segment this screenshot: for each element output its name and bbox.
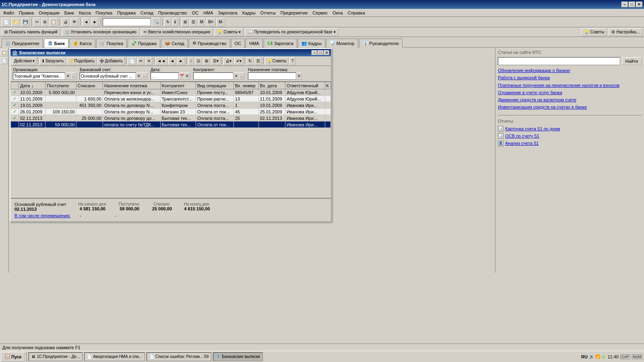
col-received[interactable]: Поступило — [45, 82, 76, 89]
menu-hr[interactable]: Кадры — [240, 10, 258, 16]
menu-production[interactable]: Производство — [156, 10, 190, 16]
tab-nma[interactable]: НМА — [246, 39, 262, 47]
menu-help[interactable]: Справка — [345, 10, 367, 16]
actions-btn[interactable]: Действия ▾ — [12, 57, 37, 65]
col-icon[interactable] — [11, 82, 19, 89]
report-link-1[interactable]: ОСВ по счету 51 — [505, 133, 539, 139]
left-icon-doc[interactable]: 📄 — [1, 57, 8, 64]
tb-refresh[interactable]: ↻ — [164, 18, 171, 27]
org-select-btn[interactable]: ... — [71, 72, 76, 80]
tb-search-btn[interactable]: 🔍 — [152, 18, 161, 27]
menu-purchase[interactable]: Покупка — [93, 10, 115, 16]
menu-enterprise[interactable]: Предприятие — [278, 10, 310, 16]
tb-search-input[interactable] — [103, 18, 151, 26]
its-link-0[interactable]: Обновление информации о банках — [498, 68, 642, 73]
col-k[interactable]: К — [325, 82, 330, 89]
bank-table-container[interactable]: Дата ↓ Поступило Списано Назначение плат… — [10, 82, 331, 198]
nav-prev[interactable]: ◄ — [168, 57, 176, 65]
tips-btn[interactable]: 💡 Советы ▾ — [215, 28, 244, 36]
menu-sale[interactable]: Продажа — [115, 10, 138, 16]
tb-info[interactable]: ℹ — [172, 18, 178, 27]
bank-win-maximize[interactable]: □ — [318, 50, 323, 55]
bank-list[interactable]: ☰ — [254, 57, 262, 65]
tab-salary[interactable]: 💵 Зарплата — [264, 39, 297, 47]
bank-help-btn[interactable]: ? — [289, 57, 296, 65]
account-select-btn[interactable]: ... — [142, 72, 147, 80]
tb-print[interactable]: 🖨 — [62, 18, 70, 27]
date-input[interactable]: . . — [151, 72, 179, 80]
col-in-date[interactable]: Вх. дата — [258, 82, 285, 89]
settings-btn[interactable]: ⚙ Настройка... — [609, 28, 642, 36]
col-responsible[interactable]: Ответственный — [285, 82, 325, 89]
tab-production[interactable]: ⚙ Производство — [189, 39, 230, 47]
date-cal-btn[interactable]: 📅 — [179, 72, 184, 80]
col-in-num[interactable]: Вх. номер — [233, 82, 258, 89]
purpose-clear-btn[interactable]: ✕ — [296, 72, 302, 80]
tb-paste[interactable]: 📋 — [49, 18, 58, 27]
delete-doc-btn[interactable]: ✕ — [145, 57, 153, 65]
guide-btn[interactable]: 📖 Путеводитель по демонстрационной базе … — [245, 28, 338, 36]
tb-new[interactable]: 📄 — [2, 18, 10, 27]
contractor-select-btn[interactable]: ... — [239, 72, 245, 80]
top-tips-btn[interactable]: 💡 Советы — [581, 28, 607, 36]
tb-preview[interactable]: 👁 — [70, 18, 78, 27]
col-contractor[interactable]: Контрагент — [160, 82, 196, 89]
tab-os[interactable]: ОС — [231, 39, 245, 47]
bank-post-btn[interactable]: ✔▾ — [234, 57, 244, 65]
tab-stock[interactable]: 📦 Склад — [161, 39, 188, 47]
report-0[interactable]: 📊 Карточка счета 51 по дням — [498, 126, 642, 132]
tb-mminus[interactable]: M- — [217, 18, 225, 27]
report-2[interactable]: 👤 Анализ счета 51 — [498, 140, 642, 146]
bank-win-minimize[interactable]: − — [312, 50, 317, 55]
account-clear-btn[interactable]: ✕ — [136, 72, 142, 80]
table-row[interactable]: ✓ 19.01.2009 451 350,00 Оплата по догово… — [11, 102, 331, 109]
col-date[interactable]: Дата ↓ — [19, 82, 45, 89]
menu-file[interactable]: Файл — [1, 10, 17, 16]
report-link-0[interactable]: Карточка счета 51 по дням — [505, 126, 560, 132]
menu-os[interactable]: ОС — [190, 10, 201, 16]
tab-enterprise[interactable]: 🏢 Предприятие — [2, 39, 43, 47]
tb-list[interactable]: ☰ — [190, 18, 197, 27]
tb-mplus[interactable]: M+ — [206, 18, 216, 27]
filter-btn[interactable]: ⊡ — [195, 57, 202, 65]
col-operation[interactable]: Вид операции — [196, 82, 233, 89]
its-link-2[interactable]: Платежные поручения на перечисление нало… — [498, 82, 642, 88]
table-row[interactable]: ✓ 26.01.2009 109 150,00 Оплата по догово… — [11, 109, 331, 115]
transfers-link[interactable]: В том числе перемещения: — [14, 213, 70, 218]
show-panel-btn[interactable]: ⊞ Показать панель функций — [2, 28, 60, 36]
org-clear-btn[interactable]: ✕ — [65, 72, 71, 80]
enter-operation-btn[interactable]: ✏ Ввести хозяйственную операцию — [141, 28, 213, 36]
tab-monitor[interactable]: 📊 Монитор — [326, 39, 358, 47]
its-search-input[interactable] — [498, 57, 620, 65]
set-org-btn[interactable]: 🏢 Установить основную организацию — [62, 28, 139, 36]
tb-copy[interactable]: ⧉ — [41, 18, 48, 27]
minimize-button[interactable]: − — [621, 2, 628, 7]
menu-kassa[interactable]: Касса — [76, 10, 93, 16]
menu-edit[interactable]: Правка — [17, 10, 36, 16]
start-button[interactable]: 🪟 Пуск — [1, 352, 25, 362]
tab-sale[interactable]: 💸 Продажа — [128, 39, 160, 47]
menu-windows[interactable]: Окна — [330, 10, 345, 16]
purpose-input[interactable] — [248, 72, 296, 80]
table-row[interactable]: ✓ 02.11.2013 25 000,00 Оплата по договор… — [11, 115, 331, 121]
tab-manager[interactable]: 👔 Руководителю — [359, 39, 402, 47]
col-written[interactable]: Списано — [76, 82, 103, 89]
table-row[interactable]: ✓ 11.01.2009 1 650,00 Оплата за железнод… — [11, 96, 331, 102]
its-search-btn[interactable]: Найти — [622, 57, 642, 65]
taskbar-item-0[interactable]: 🖥 1С:Предприятие - Де... — [29, 352, 83, 361]
org-input[interactable]: Торговый дом "Комплек... — [13, 72, 65, 80]
menu-nma[interactable]: НМА — [201, 10, 215, 16]
taskbar-item-2[interactable]: 📄 Список ошибок: Реглам...:59 — [147, 352, 211, 361]
bank-print-btn[interactable]: 🖨▾ — [223, 57, 233, 65]
table-row[interactable]: ✓ 10.01.2009 5 000 000,00 Перечислен взн… — [11, 89, 331, 96]
tab-hr[interactable]: 👥 Кадры — [298, 39, 325, 47]
nav-next[interactable]: ► — [177, 57, 185, 65]
taskbar-item-3[interactable]: 🏦 Банковские выписки — [213, 352, 263, 361]
save-doc-btn[interactable]: 📄 — [128, 57, 136, 65]
close-button[interactable]: ✕ — [636, 2, 642, 7]
add-btn[interactable]: ➕ Добавить — [97, 57, 125, 65]
tb-open[interactable]: 📁 — [11, 18, 20, 27]
menu-bank[interactable]: Банк — [62, 10, 76, 16]
menu-stock[interactable]: Склад — [138, 10, 156, 16]
its-link-3[interactable]: Отражение в учете услуг банка — [498, 90, 642, 95]
